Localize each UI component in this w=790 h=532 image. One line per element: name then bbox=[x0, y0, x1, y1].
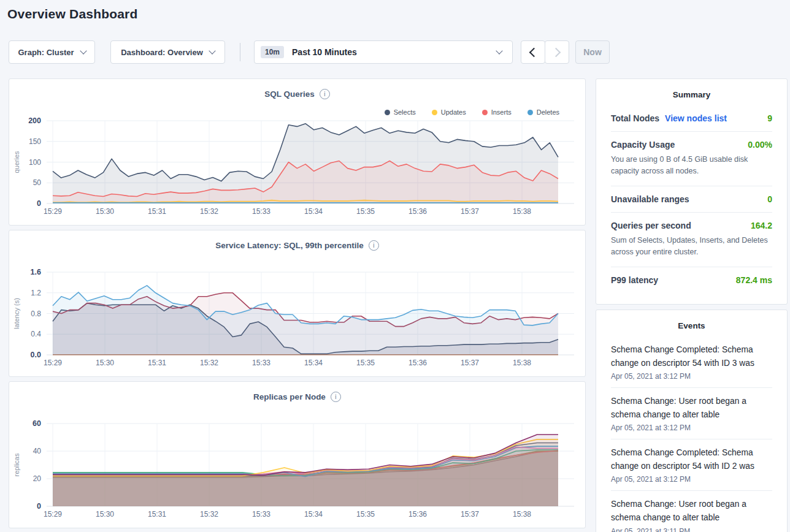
x-tick-label: 15:34 bbox=[304, 359, 323, 367]
x-tick-label: 15:35 bbox=[356, 359, 375, 367]
x-tick-label: 15:30 bbox=[96, 510, 114, 519]
chart-card-replicas-per-node: Replicas per Node 020406015:2915:3015:31… bbox=[9, 381, 586, 528]
x-tick-label: 15:37 bbox=[461, 510, 479, 519]
y-tick-label: 150 bbox=[29, 137, 41, 146]
event-item: Schema Change: User root began a schema … bbox=[611, 387, 772, 439]
service-latency-chart[interactable]: 0.00.40.81.21.615:2915:3015:3115:3215:33… bbox=[9, 230, 585, 375]
y-axis-label: latency (s) bbox=[13, 298, 20, 329]
summary-row-p99-latency: P99 latency 872.4 ms bbox=[611, 267, 772, 293]
chevron-down-icon bbox=[209, 47, 215, 54]
x-tick-label: 15:31 bbox=[148, 510, 166, 519]
x-tick-label: 15:35 bbox=[356, 510, 375, 519]
y-tick-label: 50 bbox=[33, 178, 42, 187]
x-tick-label: 15:33 bbox=[252, 510, 270, 519]
capacity-usage-value: 0.00% bbox=[748, 140, 772, 150]
time-range-label: Past 10 Minutes bbox=[292, 47, 357, 57]
dashboard-dropdown-label: Dashboard: Overview bbox=[121, 48, 203, 57]
view-nodes-link[interactable]: View nodes list bbox=[665, 113, 727, 123]
x-tick-label: 15:37 bbox=[461, 207, 479, 216]
qps-value: 164.2 bbox=[751, 221, 772, 230]
unavailable-ranges-value: 0 bbox=[767, 194, 772, 204]
replicas-per-node-chart[interactable]: 020406015:2915:3015:3115:3215:3315:3415:… bbox=[9, 382, 585, 526]
event-time: Apr 05, 2021 at 3:11 PM bbox=[611, 527, 772, 532]
x-tick-label: 15:35 bbox=[356, 207, 375, 216]
x-tick-label: 15:38 bbox=[513, 207, 531, 216]
event-text: Schema Change: User root began a schema … bbox=[611, 498, 772, 525]
summary-row-capacity-usage: Capacity Usage 0.00% You are using 0 B o… bbox=[611, 131, 772, 186]
x-tick-label: 15:34 bbox=[304, 207, 323, 216]
time-range-picker[interactable]: 10m Past 10 Minutes bbox=[254, 40, 513, 64]
unavailable-ranges-label: Unavailable ranges bbox=[611, 194, 689, 204]
event-text: Schema Change: User root began a schema … bbox=[611, 395, 772, 422]
y-axis-label: replicas bbox=[13, 453, 20, 476]
qps-label: Queries per second bbox=[611, 221, 691, 230]
x-tick-label: 15:31 bbox=[148, 359, 166, 367]
toolbar-divider bbox=[240, 43, 240, 61]
p99-latency-value: 872.4 ms bbox=[736, 275, 772, 285]
x-tick-label: 15:32 bbox=[200, 359, 218, 367]
event-text: Schema Change Completed: Schema change o… bbox=[611, 343, 772, 370]
total-nodes-value: 9 bbox=[767, 113, 772, 123]
x-tick-label: 15:34 bbox=[304, 510, 323, 519]
chevron-down-icon bbox=[496, 47, 502, 54]
summary-title: Summary bbox=[611, 90, 772, 99]
series-area bbox=[53, 435, 558, 506]
x-tick-label: 15:36 bbox=[408, 359, 427, 367]
qps-desc: Sum of Selects, Updates, Inserts, and De… bbox=[611, 235, 772, 259]
capacity-usage-desc: You are using 0 B of 4.5 GiB usable disk… bbox=[611, 154, 772, 178]
chevron-down-icon bbox=[80, 47, 86, 54]
sql-queries-chart[interactable]: 05010015020015:2915:3015:3115:3215:3315:… bbox=[9, 79, 585, 224]
chevron-right-icon bbox=[551, 47, 561, 57]
x-tick-label: 15:29 bbox=[44, 359, 62, 367]
summary-row-total-nodes: Total Nodes View nodes list 9 bbox=[611, 105, 772, 131]
graph-dropdown-label: Graph: Cluster bbox=[18, 48, 74, 57]
event-time: Apr 05, 2021 at 3:12 PM bbox=[611, 372, 772, 381]
summary-card: Summary Total Nodes View nodes list 9 Ca… bbox=[596, 78, 788, 305]
total-nodes-label: Total Nodes bbox=[611, 113, 659, 123]
x-tick-label: 15:37 bbox=[461, 359, 479, 367]
y-tick-label: 0.0 bbox=[31, 351, 41, 359]
y-tick-label: 60 bbox=[33, 419, 41, 428]
x-tick-label: 15:31 bbox=[148, 207, 166, 216]
prev-timewindow-button[interactable] bbox=[521, 40, 545, 64]
x-tick-label: 15:29 bbox=[44, 510, 62, 519]
time-range-badge: 10m bbox=[261, 46, 284, 58]
page-title: Overview Dashboard bbox=[7, 7, 138, 21]
x-tick-label: 15:38 bbox=[513, 510, 531, 519]
next-timewindow-button[interactable] bbox=[545, 40, 569, 64]
summary-row-qps: Queries per second 164.2 Sum of Selects,… bbox=[611, 212, 772, 267]
dashboard-dropdown[interactable]: Dashboard: Overview bbox=[110, 40, 225, 64]
series-area bbox=[53, 286, 558, 355]
x-tick-label: 15:38 bbox=[513, 359, 531, 367]
x-tick-label: 15:29 bbox=[44, 207, 62, 216]
graph-dropdown[interactable]: Graph: Cluster bbox=[9, 40, 95, 64]
y-axis-label: queries bbox=[13, 151, 20, 173]
x-tick-label: 15:36 bbox=[408, 510, 427, 519]
y-tick-label: 1.6 bbox=[31, 268, 41, 276]
event-time: Apr 05, 2021 at 3:12 PM bbox=[611, 424, 772, 432]
x-tick-label: 15:36 bbox=[408, 207, 427, 216]
y-tick-label: 40 bbox=[33, 447, 42, 455]
x-tick-label: 15:30 bbox=[96, 207, 114, 216]
event-text: Schema Change Completed: Schema change o… bbox=[611, 446, 772, 473]
x-tick-label: 15:33 bbox=[252, 359, 270, 367]
events-title: Events bbox=[611, 321, 772, 330]
x-tick-label: 15:30 bbox=[96, 359, 114, 367]
x-tick-label: 15:33 bbox=[252, 207, 270, 216]
chart-card-service-latency: Service Latency: SQL, 99th percentile 0.… bbox=[9, 230, 586, 377]
chart-card-sql-queries: SQL Queries SelectsUpdatesInsertsDeletes… bbox=[9, 78, 586, 226]
chevron-left-icon bbox=[529, 47, 539, 57]
event-item: Schema Change Completed: Schema change o… bbox=[611, 439, 772, 490]
y-tick-label: 0.8 bbox=[31, 310, 41, 318]
event-item: Schema Change Completed: Schema change o… bbox=[611, 336, 772, 387]
now-button-label: Now bbox=[583, 47, 602, 57]
y-tick-label: 200 bbox=[28, 116, 41, 125]
now-button[interactable]: Now bbox=[575, 40, 610, 64]
event-time: Apr 05, 2021 at 3:12 PM bbox=[611, 475, 772, 484]
summary-row-unavailable-ranges: Unavailable ranges 0 bbox=[611, 186, 772, 212]
events-card: Events Schema Change Completed: Schema c… bbox=[596, 310, 788, 532]
y-tick-label: 0.4 bbox=[31, 330, 41, 338]
capacity-usage-label: Capacity Usage bbox=[611, 140, 675, 150]
p99-latency-label: P99 latency bbox=[611, 275, 658, 285]
y-tick-label: 20 bbox=[33, 474, 42, 483]
